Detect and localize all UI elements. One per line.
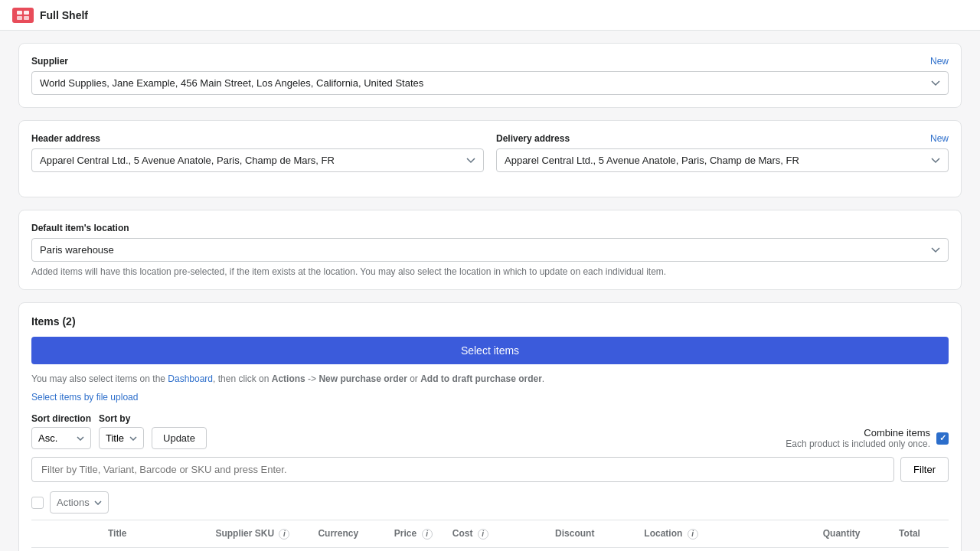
- row-price-cell: 50.0: [388, 547, 446, 551]
- address-section: Header address Apparel Central Ltd., 5 A…: [18, 120, 962, 197]
- combine-checkbox[interactable]: [936, 432, 949, 445]
- delivery-address-label-row: Delivery address New: [496, 133, 949, 144]
- delivery-address-select[interactable]: Apparel Central Ltd., 5 Avenue Anatole, …: [496, 148, 949, 172]
- row-total-cell: $360.00: [893, 547, 949, 551]
- sort-by-group: Sort by Title: [99, 413, 144, 449]
- header-address-label: Header address: [31, 133, 100, 144]
- supplier-new-link[interactable]: New: [930, 56, 949, 67]
- row-image-cell: 👕: [56, 547, 102, 551]
- select-items-button[interactable]: Select items: [31, 337, 949, 364]
- svg-rect-3: [24, 16, 29, 20]
- sort-filter-row: Sort direction Asc. Sort by Title Update…: [31, 413, 949, 449]
- row-sku-cell: [209, 547, 312, 551]
- sort-direction-select[interactable]: Asc.: [31, 427, 91, 449]
- th-price: Price i: [388, 520, 446, 547]
- table-body: 👕 Ocean Blue Shirt More fields 50.0 $: [31, 547, 949, 551]
- price-info-icon[interactable]: i: [422, 529, 433, 540]
- location-hint: Added items will have this location pre-…: [31, 266, 949, 277]
- combine-right: Combine items Each product is included o…: [786, 427, 949, 449]
- svg-rect-1: [24, 11, 29, 15]
- combine-label: Combine items: [786, 427, 930, 439]
- th-checkbox: [31, 520, 56, 547]
- cost-info-icon[interactable]: i: [478, 529, 488, 540]
- delivery-address-new-link[interactable]: New: [930, 133, 949, 144]
- app-logo: Full Shelf: [12, 8, 88, 23]
- supplier-sku-info-icon[interactable]: i: [279, 529, 289, 540]
- dashboard-link[interactable]: Dashboard: [168, 373, 213, 384]
- filter-row: Filter: [31, 457, 949, 482]
- delivery-address-group: Delivery address New Apparel Central Ltd…: [496, 133, 949, 172]
- supplier-section: Supplier New World Supplies, Jane Exampl…: [18, 43, 962, 108]
- items-title: Items (2): [31, 315, 949, 328]
- table-header-row: Title Supplier SKU i Currency Price i Co…: [31, 520, 949, 547]
- items-section: Items (2) Select items You may also sele…: [18, 302, 962, 551]
- sort-by-select[interactable]: Title: [99, 427, 144, 449]
- row-currency-cell: [312, 547, 387, 551]
- supplier-label-row: Supplier New: [31, 56, 949, 67]
- items-table-wrap: Title Supplier SKU i Currency Price i Co…: [31, 520, 949, 551]
- row-quantity-cell: [817, 547, 893, 551]
- items-table: Title Supplier SKU i Currency Price i Co…: [31, 520, 949, 551]
- th-discount: Discount: [549, 520, 638, 547]
- filter-button[interactable]: Filter: [900, 457, 949, 482]
- filter-input[interactable]: [31, 457, 894, 482]
- header-address-select[interactable]: Apparel Central Ltd., 5 Avenue Anatole, …: [31, 148, 484, 172]
- sort-direction-group: Sort direction Asc.: [31, 413, 91, 449]
- header-address-group: Header address Apparel Central Ltd., 5 A…: [31, 133, 484, 172]
- th-supplier-sku: Supplier SKU i: [209, 520, 312, 547]
- select-all-checkbox[interactable]: [31, 497, 44, 509]
- svg-rect-2: [17, 16, 22, 20]
- row-checkbox-cell: [31, 547, 56, 551]
- th-total: Total: [893, 520, 949, 547]
- supplier-select[interactable]: World Supplies, Jane Example, 456 Main S…: [31, 71, 949, 95]
- th-image: [56, 520, 102, 547]
- row-discount-cell: %: [549, 547, 638, 551]
- actions-select[interactable]: Actions: [50, 491, 109, 514]
- location-label: Default item's location: [31, 223, 949, 233]
- row-cost-cell: $: [446, 547, 549, 551]
- update-button[interactable]: Update: [152, 427, 207, 449]
- main-content: Supplier New World Supplies, Jane Exampl…: [0, 31, 980, 551]
- th-currency: Currency: [312, 520, 387, 547]
- app-header: Full Shelf: [0, 0, 980, 31]
- th-cost: Cost i: [446, 520, 549, 547]
- sort-direction-label: Sort direction: [31, 413, 91, 424]
- row-title-cell: Ocean Blue Shirt More fields: [102, 547, 209, 551]
- th-quantity: Quantity: [817, 520, 893, 547]
- location-select[interactable]: Paris warehouse: [31, 238, 949, 262]
- address-row: Header address Apparel Central Ltd., 5 A…: [31, 133, 949, 172]
- logo-icon: [12, 8, 34, 23]
- combine-sub: Each product is included only once.: [786, 439, 930, 449]
- row-location-cell: [638, 547, 816, 551]
- actions-row: Actions: [31, 491, 949, 514]
- location-section: Default item's location Paris warehouse …: [18, 210, 962, 290]
- svg-rect-0: [17, 11, 22, 15]
- th-location: Location i: [638, 520, 816, 547]
- th-title: Title: [102, 520, 209, 547]
- sort-by-label: Sort by: [99, 413, 144, 424]
- supplier-label: Supplier: [31, 56, 68, 67]
- app-name: Full Shelf: [40, 9, 88, 21]
- info-text: You may also select items on the Dashboa…: [31, 372, 949, 386]
- location-info-icon[interactable]: i: [688, 529, 698, 540]
- combine-label-group: Combine items Each product is included o…: [786, 427, 930, 449]
- sort-left: Sort direction Asc. Sort by Title Update: [31, 413, 207, 449]
- delivery-address-label: Delivery address: [496, 133, 570, 144]
- table-row: 👕 Ocean Blue Shirt More fields 50.0 $: [31, 547, 949, 551]
- header-address-label-row: Header address: [31, 133, 484, 144]
- file-upload-link[interactable]: Select items by file upload: [31, 392, 138, 403]
